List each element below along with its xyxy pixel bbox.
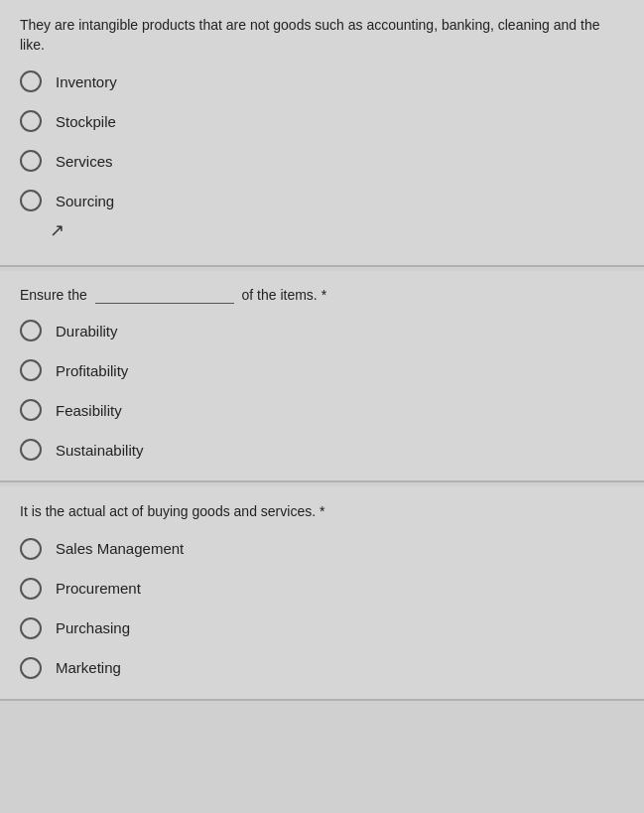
- section1-description: They are intangible products that are no…: [20, 16, 624, 55]
- label-services: Services: [56, 153, 113, 170]
- radio-inventory[interactable]: [20, 70, 42, 92]
- radio-feasibility[interactable]: [20, 399, 42, 421]
- label-inventory: Inventory: [56, 73, 117, 90]
- option-sales-management[interactable]: Sales Management: [20, 538, 624, 560]
- label-durability: Durability: [56, 323, 118, 339]
- radio-sustainability[interactable]: [20, 439, 42, 461]
- label-purchasing: Purchasing: [56, 619, 130, 636]
- section-2: Ensure the of the items. * Durability Pr…: [0, 271, 644, 482]
- label-feasibility: Feasibility: [56, 402, 122, 419]
- label-sales-management: Sales Management: [56, 540, 184, 557]
- option-sustainability[interactable]: Sustainability: [20, 439, 624, 461]
- label-stockpile: Stockpile: [56, 113, 116, 130]
- option-services[interactable]: Services: [20, 150, 624, 172]
- section2-blank: [95, 287, 234, 304]
- section3-description: It is the actual act of buying goods and…: [20, 502, 624, 522]
- section2-question-suffix: of the items. *: [242, 287, 327, 303]
- radio-profitability[interactable]: [20, 359, 42, 381]
- label-marketing: Marketing: [56, 659, 121, 676]
- radio-sourcing[interactable]: [20, 190, 42, 211]
- radio-marketing[interactable]: [20, 657, 42, 679]
- radio-services[interactable]: [20, 150, 42, 172]
- option-marketing[interactable]: Marketing: [20, 657, 624, 679]
- section2-question-prefix: Ensure the: [20, 287, 87, 303]
- option-purchasing[interactable]: Purchasing: [20, 617, 624, 639]
- radio-procurement[interactable]: [20, 578, 42, 600]
- section-3: It is the actual act of buying goods and…: [0, 486, 644, 701]
- radio-stockpile[interactable]: [20, 110, 42, 132]
- section-1: They are intangible products that are no…: [0, 0, 644, 267]
- label-sustainability: Sustainability: [56, 442, 143, 459]
- cursor-indicator: ↗: [50, 219, 624, 241]
- section2-question: Ensure the of the items. *: [20, 287, 624, 304]
- radio-sales-management[interactable]: [20, 538, 42, 560]
- option-inventory[interactable]: Inventory: [20, 70, 624, 92]
- label-sourcing: Sourcing: [56, 193, 114, 209]
- option-durability[interactable]: Durability: [20, 320, 624, 341]
- label-procurement: Procurement: [56, 580, 141, 597]
- label-profitability: Profitability: [56, 362, 128, 379]
- option-stockpile[interactable]: Stockpile: [20, 110, 624, 132]
- option-procurement[interactable]: Procurement: [20, 578, 624, 600]
- radio-purchasing[interactable]: [20, 617, 42, 639]
- option-feasibility[interactable]: Feasibility: [20, 399, 624, 421]
- option-profitability[interactable]: Profitability: [20, 359, 624, 381]
- radio-durability[interactable]: [20, 320, 42, 341]
- option-sourcing[interactable]: Sourcing: [20, 190, 624, 211]
